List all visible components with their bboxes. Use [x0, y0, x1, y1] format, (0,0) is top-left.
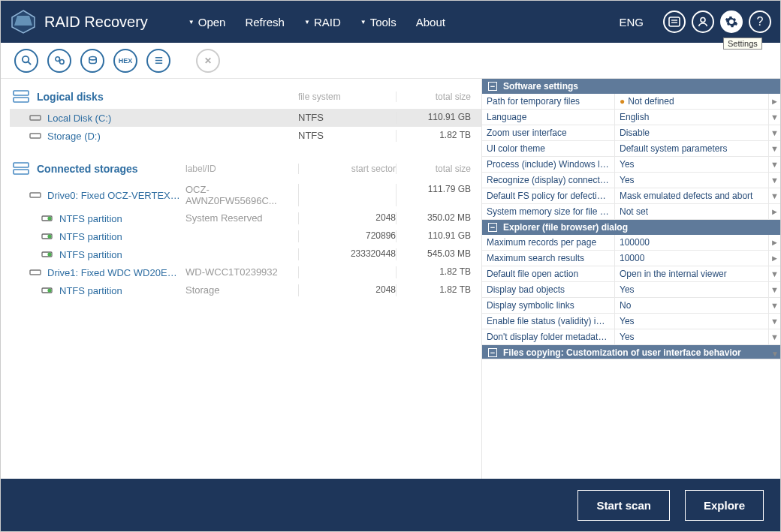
partition-row[interactable]: NTFS partitionStorage20481.82 TB	[10, 281, 481, 299]
setting-value[interactable]: Yes	[614, 173, 768, 188]
expand-indicator-icon: ▼	[768, 188, 780, 203]
partition-row[interactable]: NTFS partition720896110.91 GB	[10, 227, 481, 245]
expand-indicator-icon: ▼	[768, 157, 780, 172]
raid-builder-icon[interactable]	[80, 49, 104, 73]
menu-about[interactable]: About	[409, 11, 453, 33]
svg-rect-15	[14, 98, 29, 102]
svg-point-8	[55, 57, 59, 62]
setting-value[interactable]: Default system parameters	[614, 141, 768, 156]
setting-row[interactable]: Zoom user interfaceDisable▼	[482, 125, 780, 141]
setting-value[interactable]: Disable	[614, 125, 768, 140]
partition-row[interactable]: NTFS partition233320448545.03 MB	[10, 245, 481, 263]
language-selector[interactable]: ENG	[619, 16, 644, 29]
setting-value[interactable]: Yes	[614, 314, 768, 329]
user-icon[interactable]	[692, 11, 714, 33]
app-title: RAID Recovery	[44, 14, 148, 31]
settings-section-header[interactable]: −Software settings	[482, 79, 780, 94]
hex-viewer-icon[interactable]: HEX	[113, 49, 137, 73]
setting-key: System memory size for file cache...	[482, 204, 614, 219]
toolbar: HEX ✕	[1, 43, 780, 79]
partition-icon	[41, 284, 53, 296]
drive-icon	[29, 266, 41, 278]
logical-disk-row[interactable]: Storage (D:)NTFS1.82 TB	[10, 127, 481, 145]
explore-button[interactable]: Explore	[685, 490, 764, 521]
setting-row[interactable]: Maximum records per page100000►	[482, 235, 780, 251]
search-icon[interactable]	[14, 49, 38, 73]
menu-refresh[interactable]: Refresh	[237, 11, 292, 33]
menu-raid[interactable]: ▼RAID	[297, 11, 348, 33]
setting-key: Recognize (display) connected me...	[482, 173, 614, 188]
main-menu: ▼Open Refresh ▼RAID ▼Tools About	[181, 11, 453, 33]
setting-value[interactable]: English	[614, 110, 768, 125]
disk-stack-icon	[13, 161, 31, 176]
disk-icon	[29, 112, 41, 124]
setting-key: Maximum records per page	[482, 235, 614, 250]
collapse-icon: −	[488, 348, 497, 357]
setting-value[interactable]: 100000	[614, 235, 768, 250]
setting-value[interactable]: 10000	[614, 251, 768, 266]
menu-open[interactable]: ▼Open	[181, 11, 234, 33]
setting-row[interactable]: Recognize (display) connected me...Yes▼	[482, 173, 780, 188]
setting-row[interactable]: LanguageEnglish▼	[482, 110, 780, 125]
svg-rect-18	[14, 163, 29, 167]
help-icon[interactable]: ?	[749, 11, 771, 33]
setting-value[interactable]: Mask emulated defects and abort	[614, 188, 768, 203]
expand-indicator-icon: ►	[768, 204, 780, 219]
settings-section-header[interactable]: −Files copying: Customization of user in…	[482, 345, 780, 359]
app-header: RAID Recovery ▼Open Refresh ▼RAID ▼Tools…	[1, 1, 780, 43]
expand-indicator-icon: ►	[768, 94, 780, 109]
expand-indicator-icon: ▼	[768, 173, 780, 188]
expand-indicator-icon: ▼	[768, 110, 780, 125]
settings-scroll[interactable]: −Software settingsPath for temporary fil…	[482, 79, 780, 359]
setting-row[interactable]: Default file open actionOpen in the inte…	[482, 266, 780, 282]
log-viewer-icon[interactable]	[663, 11, 686, 33]
settings-detail-pane	[482, 359, 780, 479]
setting-row[interactable]: Don't display folder metadata sizeYes▼	[482, 329, 780, 345]
svg-rect-2	[669, 17, 680, 26]
setting-row[interactable]: Maximum search results10000►	[482, 251, 780, 266]
setting-value[interactable]: Yes	[614, 157, 768, 172]
close-icon: ✕	[196, 49, 220, 73]
menu-tools[interactable]: ▼Tools	[353, 11, 404, 33]
svg-rect-16	[30, 116, 41, 120]
logical-disk-row[interactable]: Local Disk (C:)NTFS110.91 GB	[10, 109, 481, 127]
settings-icon[interactable]: Settings	[720, 11, 743, 33]
setting-value[interactable]: Open in the internal viewer	[614, 266, 768, 281]
svg-point-10	[89, 57, 95, 60]
setting-row[interactable]: Default FS policy for defective blo...Ma…	[482, 188, 780, 204]
settings-section-header[interactable]: −Explorer (file browser) dialog	[482, 220, 780, 235]
drive-row[interactable]: Drive1: Fixed WDC WD20EZRX-00DC0...WD-WC…	[10, 263, 481, 281]
setting-row[interactable]: Display symbolic linksNo▼	[482, 298, 780, 314]
setting-value[interactable]: No	[614, 298, 768, 313]
setting-key: Default file open action	[482, 266, 614, 281]
footer-bar: Start scan Explore	[1, 479, 780, 531]
setting-value[interactable]: Not set	[614, 204, 768, 219]
chevron-down-icon: ▼	[304, 19, 310, 26]
svg-point-29	[47, 288, 51, 292]
partition-row[interactable]: NTFS partitionSystem Reserved2048350.02 …	[10, 209, 481, 227]
svg-point-5	[701, 18, 705, 23]
partition-icon	[41, 230, 53, 242]
drive-icon	[29, 189, 41, 201]
header-icons: Settings ?	[663, 11, 771, 33]
drive-row[interactable]: Drive0: Fixed OCZ-VERTEX3 (ATA)OCZ-AWNZ0…	[10, 181, 481, 209]
list-view-icon[interactable]	[146, 49, 170, 73]
setting-row[interactable]: Path for temporary files●Not defined►	[482, 94, 780, 110]
expand-indicator-icon: ▼	[768, 125, 780, 140]
partition-manager-icon[interactable]	[47, 49, 71, 73]
svg-rect-19	[14, 170, 29, 174]
setting-row[interactable]: Enable file status (validity) indicati..…	[482, 314, 780, 329]
setting-row[interactable]: Process (include) Windows logical ...Yes…	[482, 157, 780, 173]
disk-stack-icon	[13, 89, 31, 104]
setting-row[interactable]: System memory size for file cache...Not …	[482, 204, 780, 220]
scroll-down-icon[interactable]: ▼	[770, 348, 780, 359]
collapse-icon: −	[488, 82, 497, 91]
chevron-down-icon: ▼	[360, 19, 366, 26]
setting-row[interactable]: UI color themeDefault system parameters▼	[482, 141, 780, 157]
setting-key: Don't display folder metadata size	[482, 329, 614, 344]
setting-value[interactable]: Yes	[614, 329, 768, 344]
setting-row[interactable]: Display bad objectsYes▼	[482, 282, 780, 298]
setting-value[interactable]: Yes	[614, 282, 768, 297]
setting-value[interactable]: ●Not defined	[614, 94, 768, 109]
start-scan-button[interactable]: Start scan	[577, 490, 670, 521]
